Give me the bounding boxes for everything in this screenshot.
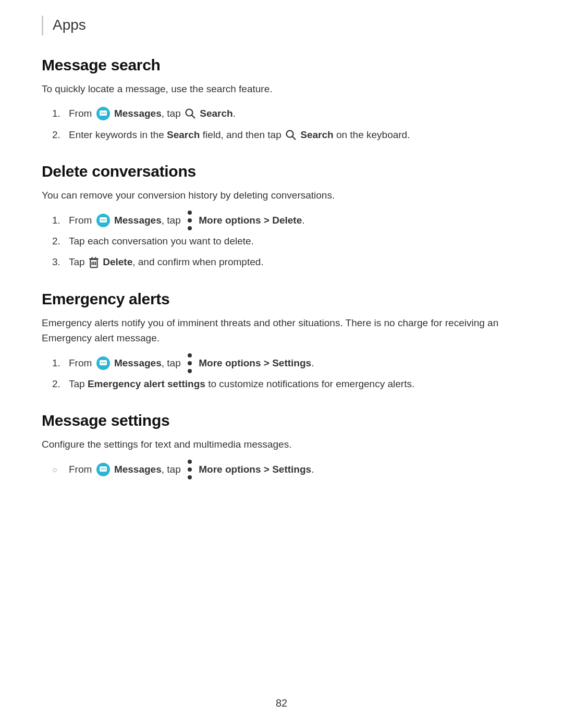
list-item: 2. Enter keywords in the Search field, a… xyxy=(52,127,521,143)
svg-point-9 xyxy=(101,219,102,220)
bold-text: Delete xyxy=(103,256,132,267)
list-item: 1. From Messages, tap xyxy=(52,213,521,228)
more-options-icon xyxy=(185,215,195,226)
bold-text: Messages xyxy=(114,108,162,119)
steps-list-delete-conversations: 1. From Messages, tap xyxy=(52,213,521,270)
svg-point-35 xyxy=(188,475,192,479)
section-emergency-alerts: Emergency alerts Emergency alerts notify… xyxy=(42,290,521,392)
step-number: 1. xyxy=(52,355,69,371)
steps-list-emergency-alerts: 1. From Messages, tap xyxy=(52,355,521,392)
list-item: 2. Tap Emergency alert settings to custo… xyxy=(52,376,521,392)
svg-point-25 xyxy=(104,362,105,363)
svg-point-13 xyxy=(188,218,192,223)
delete-icon xyxy=(89,256,99,268)
bullet-circle: ○ xyxy=(52,462,69,477)
bold-text: More options > Delete xyxy=(199,215,302,226)
section-title-delete-conversations: Delete conversations xyxy=(42,163,521,180)
messages-icon xyxy=(96,107,110,120)
more-options-icon xyxy=(185,357,195,369)
svg-line-5 xyxy=(191,115,195,119)
section-title-message-search: Message search xyxy=(42,56,521,74)
svg-point-2 xyxy=(102,113,103,114)
svg-point-26 xyxy=(188,353,192,357)
step-content: Tap each conversation you want to delete… xyxy=(69,233,521,249)
search-icon xyxy=(185,108,196,119)
svg-point-1 xyxy=(101,113,102,114)
list-item: 1. From Messages, tap xyxy=(52,355,521,371)
step-content: From Messages, tap xyxy=(69,355,521,371)
section-message-search: Message search To quickly locate a messa… xyxy=(42,56,521,143)
svg-point-14 xyxy=(188,226,192,230)
apps-border xyxy=(42,16,43,35)
step-content: Tap Delete, and confirm when prompte xyxy=(69,254,521,270)
list-item: ○ From Messages, tap xyxy=(52,462,521,477)
svg-point-31 xyxy=(102,468,103,470)
section-message-settings: Message settings Configure the settings … xyxy=(42,412,521,477)
step-number: 2. xyxy=(52,233,69,249)
svg-point-10 xyxy=(102,219,103,220)
svg-point-24 xyxy=(102,362,103,363)
bold-text: Messages xyxy=(114,215,162,226)
bold-text: Search xyxy=(167,129,200,140)
step-content: From Messages, tap xyxy=(69,462,521,477)
bold-text: More options > Settings xyxy=(199,464,311,475)
step-number: 1. xyxy=(52,106,69,121)
apps-title: Apps xyxy=(53,16,86,35)
section-delete-conversations: Delete conversations You can remove your… xyxy=(42,163,521,270)
page-container: Apps Message search To quickly locate a … xyxy=(0,0,563,528)
bold-text: Messages xyxy=(114,464,162,475)
section-desc-message-search: To quickly locate a message, use the sea… xyxy=(42,81,521,96)
svg-point-33 xyxy=(188,460,192,464)
list-item: 3. Tap Delete, an xyxy=(52,254,521,270)
list-item: 2. Tap each conversation you want to del… xyxy=(52,233,521,249)
steps-list-message-search: 1. From Messages, tap xyxy=(52,106,521,143)
svg-point-28 xyxy=(188,369,192,373)
svg-point-12 xyxy=(188,211,192,215)
bold-text: Emergency alert settings xyxy=(88,378,205,389)
messages-icon xyxy=(96,463,110,476)
section-title-emergency-alerts: Emergency alerts xyxy=(42,290,521,308)
step-content: From Messages, tap xyxy=(69,213,521,228)
step-number: 3. xyxy=(52,254,69,270)
messages-icon xyxy=(96,214,110,227)
bold-text: More options > Settings xyxy=(199,357,311,368)
section-desc-message-settings: Configure the settings for text and mult… xyxy=(42,437,521,452)
svg-point-11 xyxy=(104,219,105,220)
svg-point-3 xyxy=(104,113,105,114)
bold-text: Search xyxy=(200,108,232,119)
bullet-list-message-settings: ○ From Messages, tap xyxy=(52,462,521,477)
svg-line-7 xyxy=(292,136,296,140)
step-content: Tap Emergency alert settings to customiz… xyxy=(69,376,521,392)
section-title-message-settings: Message settings xyxy=(42,412,521,429)
bold-text: Search xyxy=(300,129,333,140)
section-desc-delete-conversations: You can remove your conversion history b… xyxy=(42,188,521,203)
step-number: 2. xyxy=(52,127,69,143)
svg-point-23 xyxy=(101,362,102,363)
list-item: 1. From Messages, tap xyxy=(52,106,521,121)
svg-point-34 xyxy=(188,467,192,472)
svg-point-27 xyxy=(188,361,192,365)
page-number: 82 xyxy=(276,697,287,709)
apps-header: Apps xyxy=(42,16,521,35)
svg-point-30 xyxy=(101,468,102,470)
search-icon xyxy=(285,129,297,141)
more-options-icon xyxy=(185,464,195,475)
bold-text: Messages xyxy=(114,357,162,368)
messages-icon xyxy=(96,356,110,370)
step-content: From Messages, tap xyxy=(69,106,521,121)
section-desc-emergency-alerts: Emergency alerts notify you of imminent … xyxy=(42,315,521,346)
step-number: 2. xyxy=(52,376,69,392)
step-number: 1. xyxy=(52,213,69,228)
step-content: Enter keywords in the Search field, and … xyxy=(69,127,521,143)
svg-point-32 xyxy=(104,468,105,470)
